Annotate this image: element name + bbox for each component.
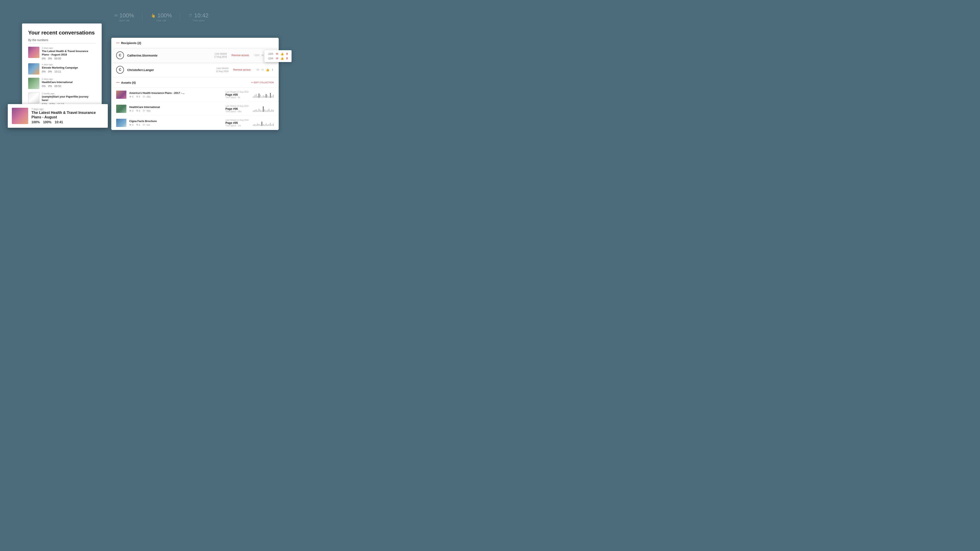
- views-icon-0: 👁: [129, 95, 132, 98]
- views-icon-1: 👁: [129, 110, 132, 112]
- time-spent-label: Time spent: [192, 19, 205, 22]
- asset-name-0: America's Health Insurance Plans - 2017 …: [129, 91, 223, 94]
- asset-info-0: America's Health Insurance Plans - 2017 …: [129, 91, 223, 98]
- conv-date-3: 2 weeks ago: [42, 92, 95, 95]
- remove-access-1[interactable]: Remove access: [232, 68, 252, 71]
- recipient-name-0: Catherine.Stormonte: [127, 54, 201, 57]
- highlighted-stats: 100% 100% 10:41: [32, 121, 104, 124]
- asset-thumb-1: [116, 105, 126, 113]
- conversation-item[interactable]: 6 days ago HealthCare International 0% 0…: [28, 78, 95, 89]
- edit-collection-button[interactable]: ✏ EDIT COLLECTION: [251, 81, 274, 84]
- asset-meta-2: 👁 2 ⬇ 0 ⏱ ~1m: [129, 124, 223, 126]
- asset-viewed-0: Last Viewed 17 Aug 2018 Page #05 Time Sp…: [225, 91, 250, 98]
- open-rate-value: ✉ 100%: [115, 12, 134, 19]
- recipient-row-1[interactable]: C Christoferr.Langer Last viewed 12 Aug …: [111, 63, 279, 77]
- recipient-name-1: Christoferr.Langer: [127, 68, 203, 71]
- float-like-icon-1: 👍: [280, 57, 284, 60]
- clock-icon-1: ⏱: [143, 110, 145, 112]
- asset-row-0[interactable]: America's Health Insurance Plans - 2017 …: [111, 88, 279, 102]
- asset-thumb-2: [116, 119, 126, 127]
- conv-stats-1: 0% 0% 13:11: [42, 70, 95, 73]
- conv-date-1: 4 days ago: [42, 63, 95, 66]
- float-share-icon-0: ⬆: [286, 52, 288, 56]
- conv-content-0: 3 days ago The Latest Health & Travel In…: [42, 47, 95, 60]
- highlighted-date: 7 days ago: [32, 108, 104, 111]
- click-rate-icon: 👆: [151, 13, 156, 18]
- recipients-header: — Recipients (2): [111, 38, 279, 48]
- downloads-icon-2: ⬇: [136, 124, 138, 126]
- share-icon-1: ⬆: [271, 68, 274, 71]
- asset-row-1[interactable]: HealthCare International 👁 2 ⬇ 0 ⏱ ~54s …: [111, 102, 279, 116]
- asset-name-1: HealthCare International: [129, 105, 223, 109]
- float-like-icon-0: 👍: [280, 52, 284, 56]
- conv-thumb-0: [28, 47, 40, 58]
- float-email-icon-0: ✉: [276, 52, 278, 56]
- conv-stats-0: 0% 0% 00:00: [42, 57, 95, 60]
- recipient-row-0[interactable]: C Catherine.Stormonte Last viewed 17 Aug…: [111, 48, 279, 63]
- assets-left: — Assets (4): [116, 81, 136, 84]
- asset-info-2: Cigna Facts Brochure 👁 2 ⬇ 0 ⏱ ~1m: [129, 119, 223, 126]
- mini-chart-2: [253, 120, 274, 126]
- highlighted-title: The Latest Health & Travel Insurance Pla…: [32, 111, 104, 119]
- click-rate-label: Click rate: [156, 19, 166, 22]
- recipient-last-viewed-1: Last viewed 12 Aug 2018: [206, 67, 229, 73]
- clock-icon-2: ⏱: [143, 124, 145, 126]
- floating-actions-panel: -11m ✉ 👍 ⬆ -11m ✉ 👍 ⬆: [264, 50, 291, 62]
- pencil-icon: ✏: [251, 81, 253, 84]
- asset-thumb-0: [116, 91, 126, 99]
- stats-bar: ✉ 100% Open rate 👆 100% Click rate ⏱ 10:…: [106, 12, 216, 22]
- time-spent-stat: ⏱ 10:42 Time spent: [180, 12, 216, 22]
- asset-meta-0: 👁 5 ⬇ 0 ⏱ ~25s: [129, 95, 223, 98]
- clock-icon-0: ⏱: [143, 95, 145, 98]
- remove-access-0[interactable]: Remove access: [230, 54, 250, 57]
- float-row-0: -11m ✉ 👍 ⬆: [268, 52, 288, 56]
- views-icon-2: 👁: [129, 124, 132, 126]
- assets-collapse-icon[interactable]: —: [116, 81, 119, 84]
- open-rate-stat: ✉ 100% Open rate: [106, 12, 142, 22]
- panel-title: Your recent conversations: [28, 30, 95, 36]
- open-rate-label: Open rate: [119, 19, 130, 22]
- conv-title-1: Elevate Marketing Campaign: [42, 66, 95, 70]
- conversation-item[interactable]: 4 days ago Elevate Marketing Campaign 0%…: [28, 63, 95, 75]
- conv-content-1: 4 days ago Elevate Marketing Campaign 0%…: [42, 63, 95, 73]
- highlighted-thumb: [12, 108, 28, 124]
- click-rate-stat: 👆 100% Click rate: [142, 12, 180, 22]
- conv-content-2: 6 days ago HealthCare International 0% 0…: [42, 78, 95, 87]
- downloads-icon-1: ⬇: [136, 110, 138, 112]
- click-rate-value: 👆 100%: [151, 12, 172, 19]
- email-icon-0: ✉: [261, 54, 264, 57]
- highlighted-conversation[interactable]: 7 days ago The Latest Health & Travel In…: [8, 104, 108, 128]
- recipient-avatar-0: C: [116, 51, 124, 59]
- float-share-icon-1: ⬆: [286, 57, 288, 60]
- recipients-title: Recipients (2): [121, 41, 141, 45]
- conv-thumb-2: [28, 78, 40, 89]
- conversation-item[interactable]: 2 weeks ago (sample)Start your Paperflit…: [28, 92, 95, 105]
- main-panel: — Recipients (2) C Catherine.Stormonte L…: [111, 38, 279, 130]
- conv-thumb-3: [28, 92, 40, 103]
- float-row-1: -11m ✉ 👍 ⬆: [268, 57, 288, 60]
- conversation-item[interactable]: 3 days ago The Latest Health & Travel In…: [28, 47, 95, 60]
- time-spent-icon: ⏱: [188, 13, 192, 18]
- float-email-icon-1: ✉: [276, 57, 278, 60]
- asset-row-2[interactable]: Cigna Facts Brochure 👁 2 ⬇ 0 ⏱ ~1m Last …: [111, 116, 279, 130]
- asset-viewed-1: Last Viewed 10 Aug 2018 Page #06 Time Sp…: [225, 105, 250, 113]
- recipient-last-viewed-0: Last viewed 17 Aug 2018: [204, 52, 227, 59]
- recent-conversations-panel: Your recent conversations By the numbers…: [22, 24, 102, 113]
- recipient-actions-1: -2s ✉ 👍 ⬆: [255, 68, 274, 71]
- panel-subtitle: By the numbers: [28, 38, 95, 41]
- asset-name-2: Cigna Facts Brochure: [129, 119, 223, 123]
- mini-chart-0: [253, 92, 274, 98]
- email-icon-1: ✉: [261, 68, 264, 71]
- asset-viewed-2: Last Viewed 12 Aug 2018 Page #05 Time Sp…: [225, 119, 250, 127]
- conv-content-3: 2 weeks ago (sample)Start your Paperflit…: [42, 92, 95, 105]
- downloads-icon-0: ⬇: [136, 95, 138, 98]
- conv-thumb-1: [28, 63, 40, 75]
- recipient-avatar-1: C: [116, 66, 124, 74]
- conv-title-2: HealthCare International: [42, 81, 95, 84]
- conv-date-0: 3 days ago: [42, 47, 95, 49]
- conv-stats-2: 0% 0% 09:50: [42, 84, 95, 87]
- recipients-collapse-icon[interactable]: —: [116, 41, 119, 45]
- conv-date-2: 6 days ago: [42, 78, 95, 80]
- assets-header: — Assets (4) ✏ EDIT COLLECTION: [111, 77, 279, 88]
- time-spent-value: ⏱ 10:42: [188, 12, 208, 19]
